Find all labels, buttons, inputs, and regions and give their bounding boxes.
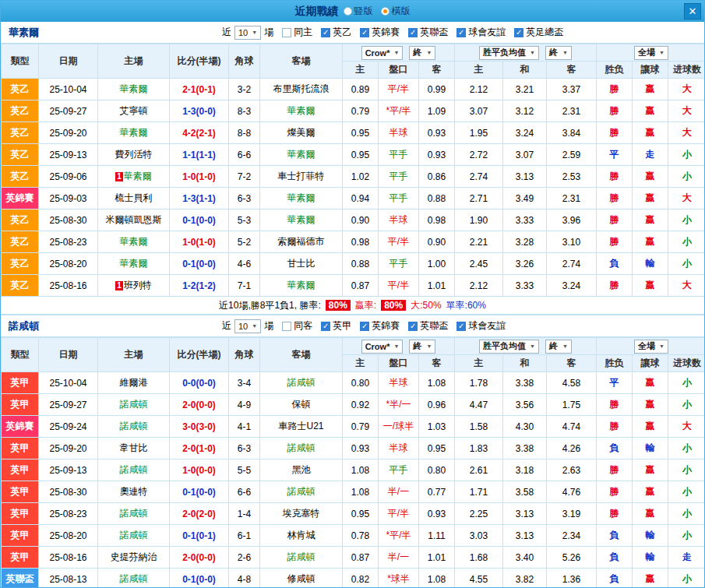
avg-draw-cell: 3.38 <box>503 372 547 394</box>
filter-checkbox[interactable]: 同主 <box>282 26 312 39</box>
odds-home-cell: 0.92 <box>343 394 379 416</box>
col-res-handicap: 讓球 <box>633 355 668 372</box>
checkbox-icon[interactable]: ✓ <box>321 28 330 37</box>
filter-checkbox[interactable]: 同客 <box>282 319 312 333</box>
fulltime-select[interactable]: 全場▼ <box>634 46 668 60</box>
odds-home-cell: 0.98 <box>343 231 379 253</box>
avg-home-cell: 2.72 <box>455 144 503 166</box>
team-name-text: 諾咸頓 <box>120 530 148 540</box>
odds-away-cell: 1.09 <box>419 100 455 122</box>
radio-icon[interactable] <box>381 7 390 16</box>
wdl-result-cell: 勝 <box>597 481 633 503</box>
away-team-cell: 諾咸頓 <box>260 438 343 459</box>
filter-checkbox[interactable]: ✓英聯盃 <box>408 319 448 333</box>
radio-label: 橫版 <box>392 5 411 18</box>
match-row: 英甲25-09-13諾咸頓1-0(0-0)5-5黑池1.08平手0.802.61… <box>2 459 705 481</box>
avg-final-select[interactable]: 終▼ <box>545 46 572 60</box>
handicap-line-cell: *球半 <box>379 569 419 588</box>
wdl-result-cell: 勝 <box>597 416 633 438</box>
score-cell: 2-0(2-0) <box>170 503 229 525</box>
filter-checkbox[interactable]: ✓球會友誼 <box>456 319 506 333</box>
chevron-down-icon: ▼ <box>426 50 432 55</box>
goals-result-cell: 小 <box>668 372 705 394</box>
chevron-down-icon: ▼ <box>530 50 535 55</box>
avg-away-cell: 2.34 <box>547 525 597 547</box>
corner-cell: 7-1 <box>229 275 260 297</box>
odds-company-select[interactable]: Crow*▼ <box>361 46 404 60</box>
odds-final-select[interactable]: 終▼ <box>409 46 435 60</box>
checkbox-icon[interactable]: ✓ <box>456 28 466 37</box>
date-cell: 25-10-04 <box>39 372 98 394</box>
filter-label: 英錦賽 <box>372 319 400 333</box>
avg-select[interactable]: 胜平负均值▼ <box>479 340 539 354</box>
filter-checkbox[interactable]: ✓球會友誼 <box>456 26 506 39</box>
handicap-line-cell: *平/半 <box>379 100 419 122</box>
filter-label: 英錦賽 <box>372 26 400 39</box>
handicap-result-cell: 贏 <box>633 188 668 209</box>
odds-away-cell: 0.98 <box>419 209 455 231</box>
radio-icon[interactable] <box>344 7 352 16</box>
team-name-text: 艾寧頓 <box>120 105 148 116</box>
filter-checkbox[interactable]: ✓英聯盃 <box>408 26 448 39</box>
home-team-cell: 1班列特 <box>98 275 170 297</box>
checkbox-icon[interactable]: ✓ <box>360 28 369 37</box>
goals-result-cell: 小 <box>668 569 705 588</box>
odds-away-cell: 0.99 <box>419 79 455 100</box>
odds-away-cell: 0.96 <box>419 394 455 416</box>
filter-checkbox[interactable]: ✓英錦賽 <box>360 319 400 333</box>
checkbox-icon[interactable] <box>282 28 291 37</box>
handicap-line-cell: 平/半 <box>379 79 419 100</box>
checkbox-icon[interactable]: ✓ <box>360 322 369 331</box>
checkbox-icon[interactable]: ✓ <box>408 28 418 37</box>
checkbox-icon[interactable]: ✓ <box>408 322 418 331</box>
handicap-line-cell: 半球 <box>379 438 419 459</box>
corner-cell: 6-6 <box>229 144 260 166</box>
goals-result-cell: 小 <box>668 144 705 166</box>
recent-count-select[interactable]: 10▼ <box>234 319 261 333</box>
match-row: 英乙25-09-061華素爾1-0(1-0)7-2車士打菲特1.02平手0.86… <box>2 166 705 188</box>
avg-draw-cell: 3.26 <box>503 253 547 275</box>
view-radio-option[interactable]: 豎版 <box>344 5 373 18</box>
team-section-2: 諾咸頓 近 10▼ 場 同客✓英甲✓英錦賽✓英聯盃✓球會友誼 類型 日期 主場 <box>1 315 704 588</box>
odds-away-cell: 1.11 <box>419 525 455 547</box>
odds-home-cell: 0.94 <box>343 188 379 209</box>
away-team-cell: 車士打菲特 <box>260 166 343 188</box>
league-type-cell: 英乙 <box>2 275 39 297</box>
close-icon[interactable]: ✕ <box>684 3 701 19</box>
handicap-result-cell: 贏 <box>633 275 668 297</box>
match-row: 英甲25-08-20諾咸頓0-1(0-1)6-1林肯城0.78*平/半1.113… <box>2 525 705 547</box>
col-res-goals: 进球数 <box>668 62 705 79</box>
odds-away-cell: 0.93 <box>419 503 455 525</box>
avg-final-select[interactable]: 終▼ <box>545 340 572 354</box>
col-corner: 角球 <box>229 338 260 372</box>
odds-company-select[interactable]: Crow*▼ <box>361 340 404 354</box>
recent-count-select[interactable]: 10▼ <box>234 26 261 40</box>
col-odds-away: 客 <box>419 355 455 372</box>
checkbox-icon[interactable] <box>282 322 291 331</box>
handicap-line-cell: 半球 <box>379 372 419 394</box>
fulltime-select[interactable]: 全場▼ <box>634 340 668 354</box>
view-radio-selected[interactable]: 橫版 <box>381 5 411 18</box>
checkbox-icon[interactable]: ✓ <box>321 322 330 331</box>
col-away: 客場 <box>260 44 343 79</box>
match-row: 英乙25-09-27艾寧頓1-3(0-0)8-3華素爾0.79*平/半1.093… <box>2 100 705 122</box>
team-section-1: 華素爾 近 10▼ 場 同主✓英乙✓英錦賽✓英聯盃✓球會友誼✓英足總盃 類型 日… <box>1 22 704 315</box>
filter-checkbox[interactable]: ✓英甲 <box>321 319 351 333</box>
checkbox-icon[interactable]: ✓ <box>456 322 466 331</box>
odds-away-cell: 1.08 <box>419 372 455 394</box>
team-name-text: 華素爾 <box>287 105 315 116</box>
league-type-cell: 英甲 <box>2 503 39 525</box>
checkbox-icon[interactable]: ✓ <box>514 28 523 37</box>
home-team-cell: 華素爾 <box>98 122 170 144</box>
odds-final-select[interactable]: 終▼ <box>409 340 435 354</box>
filter-checkbox[interactable]: ✓英足總盃 <box>514 26 563 39</box>
match-row: 英錦賽25-09-03梳士貝利1-3(1-1)6-3華素爾0.94平手0.882… <box>2 188 705 209</box>
filter-checkbox[interactable]: ✓英錦賽 <box>360 26 400 39</box>
match-row: 英乙25-08-30米爾頓凱恩斯0-1(0-0)5-3華素爾0.90半球0.98… <box>2 209 705 231</box>
away-team-cell: 諾咸頓 <box>260 481 343 503</box>
avg-select[interactable]: 胜平负均值▼ <box>479 46 539 60</box>
chevron-down-icon: ▼ <box>530 343 535 349</box>
odds-away-cell: 0.80 <box>419 459 455 481</box>
home-team-cell: 米爾頓凱恩斯 <box>98 209 170 231</box>
filter-checkbox[interactable]: ✓英乙 <box>321 26 351 39</box>
